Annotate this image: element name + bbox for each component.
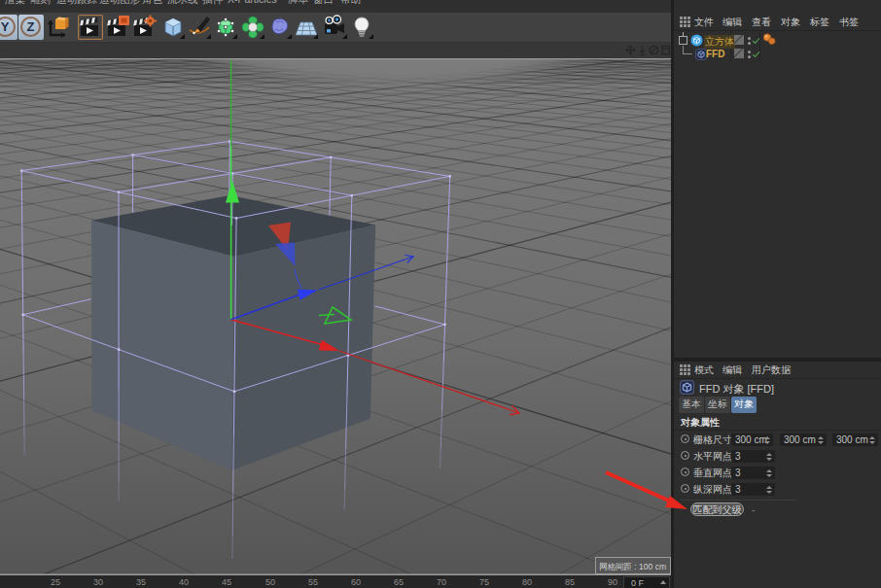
svg-text:网格间距 : 100 cm: 网格间距 : 100 cm <box>599 562 666 571</box>
